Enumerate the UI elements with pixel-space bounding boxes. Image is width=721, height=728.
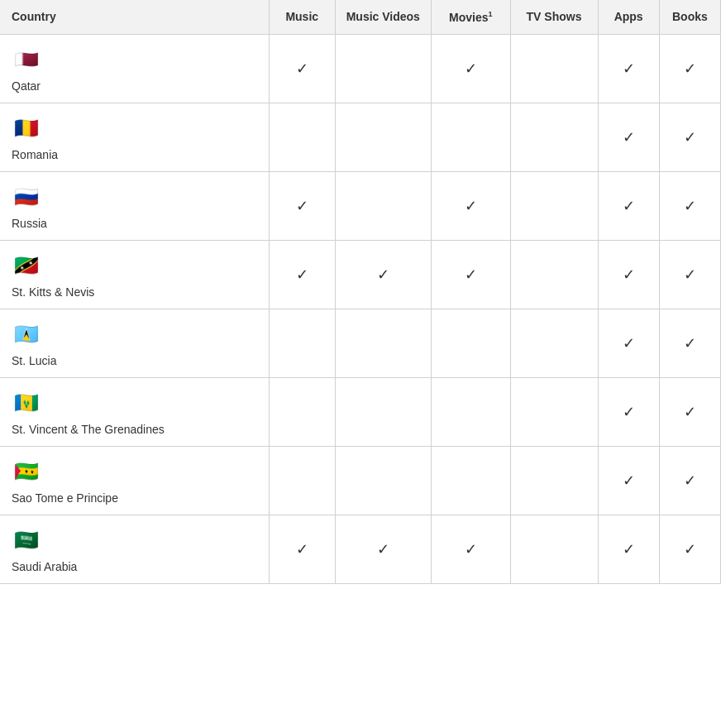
check-icon: ✓ (684, 60, 696, 77)
flag-icon: 🇶🇦 (12, 45, 41, 74)
flag-icon: 🇸🇦 (12, 525, 41, 555)
cell-romania-music-videos (335, 103, 432, 171)
check-icon: ✓ (377, 266, 389, 283)
country-cell-saudi-arabia: 🇸🇦 Saudi Arabia (0, 515, 269, 583)
cell-st-lucia-music-videos (335, 309, 432, 377)
country-name: Romania (12, 148, 58, 161)
table-row: 🇻🇨 St. Vincent & The Grenadines ✓✓ (0, 377, 721, 446)
check-icon: ✓ (684, 129, 696, 146)
check-icon: ✓ (684, 266, 696, 283)
cell-russia-books: ✓ (659, 171, 720, 240)
cell-qatar-music: ✓ (269, 34, 335, 103)
cell-st-vincent-grenadines-movies (432, 377, 510, 446)
cell-qatar-movies: ✓ (432, 34, 510, 103)
flag-icon: 🇷🇴 (12, 113, 41, 143)
table-row: 🇶🇦 Qatar ✓✓✓✓ (0, 34, 721, 103)
country-info: 🇸🇦 Saudi Arabia (12, 525, 257, 573)
cell-sao-tome-principe-movies (432, 446, 510, 515)
cell-st-lucia-apps: ✓ (598, 309, 659, 377)
flag-icon: 🇷🇺 (12, 182, 41, 212)
check-icon: ✓ (684, 404, 696, 420)
cell-russia-movies: ✓ (432, 171, 510, 240)
header-movies: Movies1 (432, 0, 510, 34)
header-music-videos: Music Videos (335, 0, 432, 34)
cell-sao-tome-principe-music (269, 446, 335, 515)
cell-st-vincent-grenadines-books: ✓ (659, 377, 720, 446)
country-cell-st-vincent-grenadines: 🇻🇨 St. Vincent & The Grenadines (0, 377, 269, 446)
cell-sao-tome-principe-tv-shows (510, 446, 598, 515)
country-name: St. Vincent & The Grenadines (12, 423, 165, 436)
cell-qatar-tv-shows (510, 34, 598, 103)
flag-icon: 🇸🇹 (12, 457, 41, 486)
cell-st-kitts-nevis-apps: ✓ (598, 240, 659, 309)
cell-russia-apps: ✓ (598, 171, 659, 240)
cell-st-kitts-nevis-tv-shows (510, 240, 598, 309)
cell-romania-books: ✓ (659, 103, 720, 171)
cell-saudi-arabia-tv-shows (510, 515, 598, 583)
check-icon: ✓ (465, 198, 477, 214)
cell-russia-music-videos (335, 171, 432, 240)
cell-sao-tome-principe-apps: ✓ (598, 446, 659, 515)
cell-st-lucia-movies (432, 309, 510, 377)
check-icon: ✓ (623, 472, 635, 489)
cell-qatar-music-videos (335, 34, 432, 103)
check-icon: ✓ (465, 60, 477, 77)
check-icon: ✓ (623, 129, 635, 146)
header-music: Music (269, 0, 335, 34)
table-row: 🇷🇺 Russia ✓✓✓✓ (0, 171, 721, 240)
check-icon: ✓ (684, 472, 696, 489)
cell-st-vincent-grenadines-music-videos (335, 377, 432, 446)
header-country: Country (0, 0, 269, 34)
check-icon: ✓ (684, 541, 696, 558)
check-icon: ✓ (296, 60, 308, 77)
check-icon: ✓ (623, 198, 635, 214)
cell-romania-apps: ✓ (598, 103, 659, 171)
check-icon: ✓ (465, 541, 477, 558)
country-info: 🇶🇦 Qatar (12, 45, 257, 93)
check-icon: ✓ (377, 541, 389, 558)
country-name: Saudi Arabia (12, 560, 77, 573)
country-name: St. Lucia (12, 354, 56, 367)
cell-qatar-books: ✓ (659, 34, 720, 103)
check-icon: ✓ (684, 335, 696, 352)
cell-romania-tv-shows (510, 103, 598, 171)
cell-sao-tome-principe-books: ✓ (659, 446, 720, 515)
check-icon: ✓ (623, 60, 635, 77)
check-icon: ✓ (296, 541, 308, 558)
cell-st-vincent-grenadines-apps: ✓ (598, 377, 659, 446)
flag-icon: 🇻🇨 (12, 388, 41, 418)
country-name: Russia (12, 217, 47, 230)
check-icon: ✓ (684, 198, 696, 214)
cell-russia-tv-shows (510, 171, 598, 240)
country-cell-russia: 🇷🇺 Russia (0, 171, 269, 240)
table-row: 🇰🇳 St. Kitts & Nevis ✓✓✓✓✓ (0, 240, 721, 309)
table-row: 🇱🇨 St. Lucia ✓✓ (0, 309, 721, 377)
country-cell-st-kitts-nevis: 🇰🇳 St. Kitts & Nevis (0, 240, 269, 309)
cell-sao-tome-principe-music-videos (335, 446, 432, 515)
header-books: Books (659, 0, 720, 34)
cell-st-vincent-grenadines-tv-shows (510, 377, 598, 446)
check-icon: ✓ (623, 335, 635, 352)
cell-st-kitts-nevis-books: ✓ (659, 240, 720, 309)
table-row: 🇸🇦 Saudi Arabia ✓✓✓✓✓ (0, 515, 721, 583)
header-tv-shows: TV Shows (510, 0, 598, 34)
table-row: 🇷🇴 Romania ✓✓ (0, 103, 721, 171)
availability-table: Country Music Music Videos Movies1 TV Sh… (0, 0, 721, 584)
country-info: 🇱🇨 St. Lucia (12, 319, 257, 367)
country-cell-st-lucia: 🇱🇨 St. Lucia (0, 309, 269, 377)
cell-romania-music (269, 103, 335, 171)
cell-saudi-arabia-music: ✓ (269, 515, 335, 583)
cell-saudi-arabia-movies: ✓ (432, 515, 510, 583)
country-cell-qatar: 🇶🇦 Qatar (0, 34, 269, 103)
cell-saudi-arabia-books: ✓ (659, 515, 720, 583)
check-icon: ✓ (623, 266, 635, 283)
country-cell-sao-tome-principe: 🇸🇹 Sao Tome e Principe (0, 446, 269, 515)
flag-icon: 🇰🇳 (12, 251, 41, 280)
country-info: 🇸🇹 Sao Tome e Principe (12, 457, 257, 505)
cell-qatar-apps: ✓ (598, 34, 659, 103)
cell-st-kitts-nevis-movies: ✓ (432, 240, 510, 309)
country-name: Sao Tome e Principe (12, 491, 118, 505)
cell-saudi-arabia-apps: ✓ (598, 515, 659, 583)
country-info: 🇻🇨 St. Vincent & The Grenadines (12, 388, 257, 436)
cell-st-lucia-tv-shows (510, 309, 598, 377)
